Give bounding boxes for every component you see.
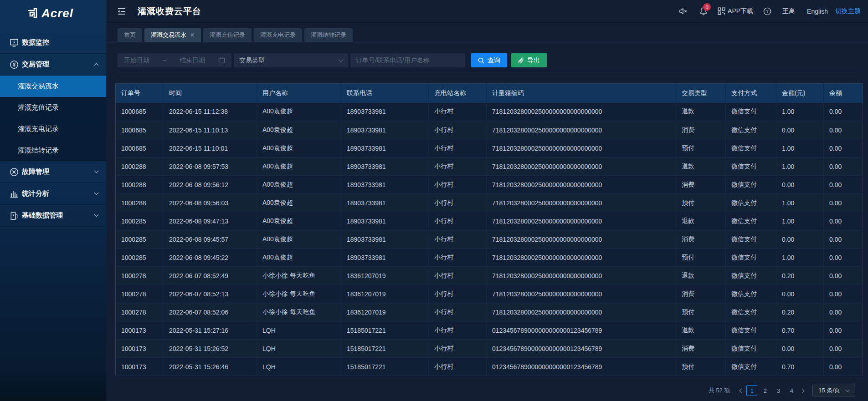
- table-cell: 18903733981: [341, 249, 429, 267]
- table-row: 10001732022-05-31 15:26:46LQH15185017221…: [116, 358, 863, 376]
- table-header-row: 订单号时间用户名称联系电话充电站名称计量箱编码交易类型支付方式金额(元)余额: [116, 84, 863, 103]
- table-cell: 1000288: [116, 194, 164, 212]
- sidebar-item[interactable]: 数据监控: [0, 32, 106, 54]
- table-cell: 退款: [676, 212, 726, 230]
- table-cell: 2022-06-07 08:52:13: [164, 285, 257, 303]
- sidebar-item[interactable]: 基础数据管理: [0, 205, 106, 227]
- table-cell: 小行村: [429, 176, 487, 194]
- theme-switch-link[interactable]: 切换主题: [835, 7, 861, 15]
- sidebar-item[interactable]: 统计分析: [0, 183, 106, 205]
- sidebar-item[interactable]: 故障管理: [0, 161, 106, 183]
- menu-fold-icon[interactable]: [117, 7, 126, 16]
- notification-bell-icon[interactable]: 0: [699, 7, 708, 15]
- table-cell: 2022-06-15 11:10:01: [164, 139, 257, 157]
- sidebar-subitem[interactable]: 灌溉充值记录: [0, 97, 106, 118]
- sidebar-item-label: 交易管理: [22, 60, 95, 69]
- page-number[interactable]: 4: [786, 385, 797, 396]
- tab-label: 灌溉结转记录: [311, 31, 346, 39]
- table-cell: 微信支付: [726, 230, 776, 249]
- column-header: 余额: [824, 84, 863, 103]
- table-cell: A00袁俊超: [257, 176, 341, 194]
- table-cell: 2022-06-08 09:47:13: [164, 212, 257, 230]
- tab[interactable]: 首页: [118, 28, 142, 42]
- table-cell: 2022-05-31 15:27:16: [164, 321, 257, 340]
- tab[interactable]: 灌溉充值记录: [203, 28, 252, 42]
- table-cell: 消费: [676, 230, 726, 249]
- table-row: 10001732022-05-31 15:27:16LQH15185017221…: [116, 321, 863, 340]
- page-number[interactable]: 2: [760, 385, 770, 396]
- tab-label: 灌溉充值记录: [210, 31, 245, 39]
- table-cell: 2022-06-15 11:12:38: [164, 103, 257, 121]
- table-cell: 0123456789000000000000123456789: [487, 340, 676, 358]
- pagination: 共 52 项 1234 15 条/页: [106, 376, 868, 396]
- export-button[interactable]: 导出: [511, 53, 547, 67]
- table-cell: 退款: [676, 267, 726, 285]
- table-cell: 0.00: [824, 285, 863, 303]
- page-size-select[interactable]: 15 条/页: [812, 385, 855, 396]
- table-cell: 1.00: [776, 103, 824, 121]
- chevron-right-icon: [800, 388, 804, 393]
- brand-logo: Acrel: [0, 0, 106, 26]
- table-cell: 小行村: [429, 157, 487, 176]
- sidebar-subitem[interactable]: 灌溉交易流水: [0, 76, 106, 97]
- chevron-down-icon: [94, 213, 99, 217]
- tab[interactable]: 灌溉结转记录: [304, 28, 353, 42]
- date-range-picker[interactable]: 开始日期 ~ 结束日期: [118, 53, 231, 67]
- table-cell: 1.00: [776, 194, 824, 212]
- sidebar: Acrel 数据监控交易管理灌溉交易流水灌溉充值记录灌溉充电记录灌溉结转记录故障…: [0, 0, 106, 401]
- keyword-search-input[interactable]: 订单号/联系电话/用户名称: [350, 53, 465, 67]
- export-button-label: 导出: [527, 56, 540, 65]
- table-cell: 退款: [676, 157, 726, 176]
- tab-label: 灌溉交易流水: [151, 31, 186, 39]
- table-cell: 1000285: [116, 212, 164, 230]
- table-cell: 小行村: [429, 103, 487, 121]
- table-cell: 0.00: [776, 340, 824, 358]
- sidebar-item[interactable]: 交易管理: [0, 54, 106, 76]
- table-cell: 微信支付: [726, 176, 776, 194]
- table-cell: 0.00: [824, 249, 863, 267]
- table-cell: 消费: [676, 176, 726, 194]
- pagination-total: 共 52 项: [709, 386, 730, 395]
- table-cell: 18903733981: [341, 121, 429, 139]
- transaction-icon: [10, 60, 19, 69]
- table-cell: 18361207019: [341, 285, 429, 303]
- table-cell: 7181203280002500000000000000000: [487, 103, 676, 121]
- table-cell: 预付: [676, 139, 726, 157]
- table-cell: 微信支付: [726, 285, 776, 303]
- mute-icon[interactable]: [679, 7, 688, 15]
- column-header: 时间: [164, 84, 257, 103]
- table-cell: 消费: [676, 121, 726, 139]
- table-row: 10001732022-05-31 15:26:52LQH15185017221…: [116, 340, 863, 358]
- chevron-down-icon: [846, 388, 850, 392]
- sidebar-subitem[interactable]: 灌溉充电记录: [0, 118, 106, 140]
- table-cell: 7181203280002500000000000000000: [487, 212, 676, 230]
- language-switch[interactable]: English: [807, 8, 828, 15]
- table-cell: 1000278: [116, 267, 164, 285]
- sidebar-subitem[interactable]: 灌溉结转记录: [0, 140, 106, 161]
- table-cell: 小行村: [429, 340, 487, 358]
- tab[interactable]: 灌溉充电记录: [254, 28, 302, 42]
- help-icon[interactable]: ?: [763, 7, 771, 15]
- transaction-type-select[interactable]: 交易类型: [234, 53, 348, 67]
- statistics-icon: [10, 189, 19, 198]
- tab-label: 灌溉充电记录: [260, 31, 296, 39]
- table-row: 10006852022-06-15 11:10:13A00袁俊超18903733…: [116, 121, 863, 139]
- sidebar-nav: 数据监控交易管理灌溉交易流水灌溉充值记录灌溉充电记录灌溉结转记录故障管理统计分析…: [0, 26, 106, 227]
- page-number[interactable]: 3: [773, 385, 784, 396]
- table-cell: 0.00: [824, 121, 863, 139]
- table-cell: 0.00: [824, 194, 863, 212]
- next-page-button[interactable]: [797, 385, 807, 396]
- page-number[interactable]: 1: [746, 385, 757, 396]
- prev-page-button[interactable]: [736, 385, 746, 396]
- tab-close-icon[interactable]: ✕: [190, 32, 195, 38]
- tab[interactable]: 灌溉交易流水✕: [144, 28, 201, 42]
- username[interactable]: 王离: [782, 7, 795, 15]
- column-header: 充电站名称: [429, 84, 487, 103]
- app-download[interactable]: APP下载: [718, 7, 753, 15]
- table-cell: 0.00: [824, 321, 863, 340]
- table-cell: 微信支付: [726, 121, 776, 139]
- table-row: 10002882022-06-08 09:56:03A00袁俊超18903733…: [116, 194, 863, 212]
- query-button[interactable]: 查询: [471, 53, 507, 67]
- table-cell: 1000288: [116, 157, 164, 176]
- table-cell: 退款: [676, 321, 726, 340]
